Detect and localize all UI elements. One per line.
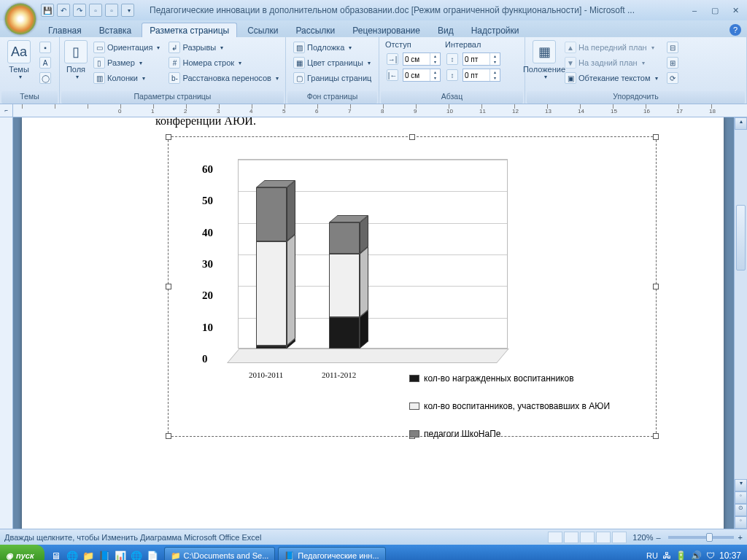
- ribbon: AaТемы ▪ A ◯ Темы ▯Поля ▭Ориентация ▯Раз…: [0, 37, 747, 104]
- page: конференции АЮИ. 01020304050602010-20112…: [22, 117, 724, 529]
- qat-more-icon[interactable]: [121, 4, 134, 17]
- vertical-ruler[interactable]: [0, 117, 13, 529]
- qat-item[interactable]: ▫: [89, 4, 102, 17]
- view-web-layout[interactable]: [580, 532, 595, 543]
- ql-icon[interactable]: 📘: [97, 548, 112, 560]
- redo-icon[interactable]: ↷: [73, 4, 86, 17]
- resize-handle[interactable]: [653, 284, 659, 289]
- theme-colors-icon[interactable]: ▪: [36, 40, 54, 55]
- view-full-screen[interactable]: [564, 532, 578, 543]
- clock[interactable]: 10:37: [719, 551, 741, 560]
- vertical-scrollbar[interactable]: ▴ ▾ ◦ ⊙ ◦: [734, 117, 747, 529]
- tab-addins[interactable]: Надстройки: [464, 23, 527, 37]
- group-label: Параметры страницы: [61, 91, 284, 104]
- tray-icon[interactable]: 🖧: [662, 551, 671, 560]
- resize-handle[interactable]: [166, 284, 171, 289]
- indent-right-icon: |←: [384, 68, 401, 82]
- language-indicator[interactable]: RU: [646, 551, 658, 560]
- size-button[interactable]: ▯Размер: [90, 55, 163, 70]
- ql-icon[interactable]: 🌐: [65, 548, 80, 560]
- watermark-button[interactable]: ▨Подложка: [290, 40, 374, 55]
- office-button[interactable]: [4, 3, 36, 35]
- view-outline[interactable]: [596, 532, 611, 543]
- tab-home[interactable]: Главная: [41, 23, 89, 37]
- tab-view[interactable]: Вид: [430, 23, 461, 37]
- tab-insert[interactable]: Вставка: [92, 23, 139, 37]
- help-icon[interactable]: ?: [729, 24, 741, 36]
- page-color-button[interactable]: ▦Цвет страницы: [290, 55, 374, 70]
- window-controls: – ▢ ✕: [686, 4, 744, 16]
- zoom-in-button[interactable]: +: [738, 533, 743, 542]
- next-page-button[interactable]: ◦: [735, 516, 747, 529]
- bring-front-button[interactable]: ▲На передний план: [562, 40, 661, 55]
- spacing-before-icon: ↕: [444, 52, 461, 66]
- margins-label: Поля: [66, 65, 85, 74]
- horizontal-ruler[interactable]: 0123456789101112131415161718: [13, 104, 747, 117]
- text-wrap-button[interactable]: ▣Обтекание текстом: [562, 71, 661, 85]
- position-button[interactable]: ▦Положение: [528, 39, 560, 82]
- page-borders-button[interactable]: ▢Границы страниц: [290, 71, 374, 85]
- group-icon[interactable]: ⊞: [664, 55, 681, 70]
- start-button[interactable]: ◉ пуск: [0, 545, 44, 560]
- taskbar-item[interactable]: 📁 C:\Documents and Se...: [164, 547, 276, 560]
- document-area: конференции АЮИ. 01020304050602010-20112…: [0, 117, 747, 529]
- resize-handle[interactable]: [653, 134, 659, 140]
- rotate-icon[interactable]: ⟳: [664, 71, 681, 85]
- tab-review[interactable]: Рецензирование: [345, 23, 427, 37]
- chart-object-selected[interactable]: 01020304050602010-20112011-2012кол-во на…: [168, 136, 657, 437]
- resize-handle[interactable]: [166, 433, 171, 439]
- breaks-button[interactable]: ↲Разрывы: [166, 40, 281, 55]
- indent-right-spinner[interactable]: ▴▾: [403, 69, 441, 82]
- line-numbers-button[interactable]: #Номера строк: [166, 55, 281, 70]
- quick-launch: 🖥🌐 📁📘 📊🌐 📄: [49, 548, 160, 560]
- tray-icon[interactable]: 🛡: [706, 551, 715, 560]
- margins-button[interactable]: ▯Поля: [63, 39, 89, 82]
- undo-icon[interactable]: ↶: [57, 4, 70, 17]
- ql-icon[interactable]: 🖥: [49, 548, 63, 560]
- minimize-button[interactable]: –: [686, 4, 703, 16]
- hyphenation-button[interactable]: b-Расстановка переносов: [166, 71, 281, 85]
- save-icon[interactable]: 💾: [41, 4, 54, 17]
- zoom-level[interactable]: 120%: [632, 533, 653, 542]
- document-scroll[interactable]: конференции АЮИ. 01020304050602010-20112…: [13, 117, 747, 529]
- qat-item[interactable]: ▫: [105, 4, 118, 17]
- themes-button[interactable]: AaТемы: [3, 39, 35, 82]
- group-label: Упорядочить: [527, 91, 745, 104]
- resize-handle[interactable]: [409, 134, 415, 140]
- theme-fonts-icon[interactable]: A: [36, 55, 54, 70]
- tab-page-layout[interactable]: Разметка страницы: [142, 23, 237, 37]
- resize-handle[interactable]: [653, 433, 659, 439]
- view-print-layout[interactable]: [548, 532, 562, 543]
- restore-button[interactable]: ▢: [706, 4, 724, 16]
- scrollbar-thumb[interactable]: [736, 205, 746, 271]
- send-back-button[interactable]: ▼На задний план: [562, 55, 661, 70]
- zoom-slider[interactable]: [668, 536, 734, 539]
- ql-icon[interactable]: 📊: [113, 548, 128, 560]
- indent-left-spinner[interactable]: ▴▾: [403, 52, 441, 66]
- theme-effects-icon[interactable]: ◯: [36, 71, 54, 85]
- resize-handle[interactable]: [166, 134, 171, 140]
- ql-icon[interactable]: 🌐: [129, 548, 144, 560]
- view-draft[interactable]: [612, 532, 627, 543]
- window-title: Педагогические инновации в дополнительно…: [150, 5, 635, 15]
- align-icon[interactable]: ⊟: [664, 40, 681, 55]
- ql-icon[interactable]: 📁: [81, 548, 96, 560]
- prev-page-button[interactable]: ◦: [735, 491, 747, 504]
- tray-volume-icon[interactable]: 🔊: [691, 551, 702, 560]
- scroll-up-button[interactable]: ▴: [735, 117, 747, 130]
- columns-button[interactable]: ▥Колонки: [90, 71, 163, 85]
- scroll-down-button[interactable]: ▾: [735, 479, 747, 491]
- ql-icon[interactable]: 📄: [145, 548, 160, 560]
- status-text: Дважды щелкните, чтобы Изменить Диаграмм…: [4, 533, 261, 542]
- tab-references[interactable]: Ссылки: [240, 23, 285, 37]
- tray-icon[interactable]: 🔋: [676, 551, 686, 560]
- spacing-after-spinner[interactable]: ▴▾: [462, 69, 500, 82]
- browse-button[interactable]: ⊙: [735, 504, 747, 516]
- ruler-corner[interactable]: ⌐: [0, 104, 13, 117]
- taskbar-item[interactable]: 📘 Педагогические инн...: [278, 547, 385, 560]
- close-button[interactable]: ✕: [727, 4, 744, 16]
- tab-mailings[interactable]: Рассылки: [288, 23, 342, 37]
- zoom-out-button[interactable]: –: [656, 533, 660, 542]
- orientation-button[interactable]: ▭Ориентация: [90, 40, 163, 55]
- spacing-before-spinner[interactable]: ▴▾: [462, 52, 500, 66]
